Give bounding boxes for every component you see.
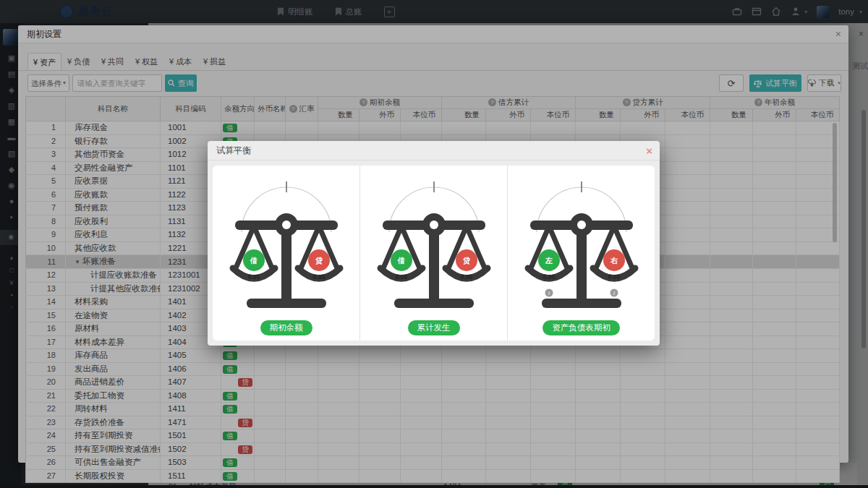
svg-text:0.00: 0.00 xyxy=(247,273,260,281)
svg-text:贷: 贷 xyxy=(315,257,323,265)
svg-text:左: 左 xyxy=(545,257,553,265)
svg-text:借: 借 xyxy=(397,257,405,265)
svg-text:i: i xyxy=(613,290,615,296)
modal-close-icon[interactable]: × xyxy=(646,141,652,160)
svg-text:0.00: 0.00 xyxy=(542,273,555,281)
scale-section-2: 0.00左0.00右0.00ii资产负债表期初 xyxy=(508,166,655,341)
scale-label: 期初余额 xyxy=(260,320,312,335)
scale-section-0: 0.00借0.00贷0.00期初余额 xyxy=(213,166,360,341)
trial-balance-modal: 试算平衡 × 0.00借0.00贷0.00期初余额0.00借0.00贷0.00累… xyxy=(208,141,660,346)
svg-text:0.00: 0.00 xyxy=(608,273,620,281)
modal-title: 试算平衡 xyxy=(216,141,251,160)
svg-text:0.00: 0.00 xyxy=(312,273,325,281)
balance-scale-graphic: 0.00借0.00贷0.00 xyxy=(365,168,503,313)
svg-text:0.00: 0.00 xyxy=(395,273,407,281)
balance-scale-graphic: 0.00借0.00贷0.00 xyxy=(218,168,355,313)
modal-body: 0.00借0.00贷0.00期初余额0.00借0.00贷0.00累计发生0.00… xyxy=(213,166,655,341)
modal-header: 试算平衡 × xyxy=(208,141,660,160)
scale-label: 累计发生 xyxy=(408,320,460,335)
balance-scale-graphic: 0.00左0.00右0.00ii xyxy=(513,168,650,313)
scale-section-1: 0.00借0.00贷0.00累计发生 xyxy=(360,166,508,341)
svg-text:i: i xyxy=(548,290,550,296)
svg-text:借: 借 xyxy=(250,257,258,265)
app-root: 易舟云 明细账总账+ ▾ tony ▾ ▣▤◈▥▦▬▧◆◉●▪✳♦□¥▪◦ × … xyxy=(0,0,868,488)
scale-label: 资产负债表期初 xyxy=(542,320,620,335)
svg-text:贷: 贷 xyxy=(462,257,470,265)
svg-text:0.00: 0.00 xyxy=(460,273,472,281)
svg-text:右: 右 xyxy=(610,257,618,265)
